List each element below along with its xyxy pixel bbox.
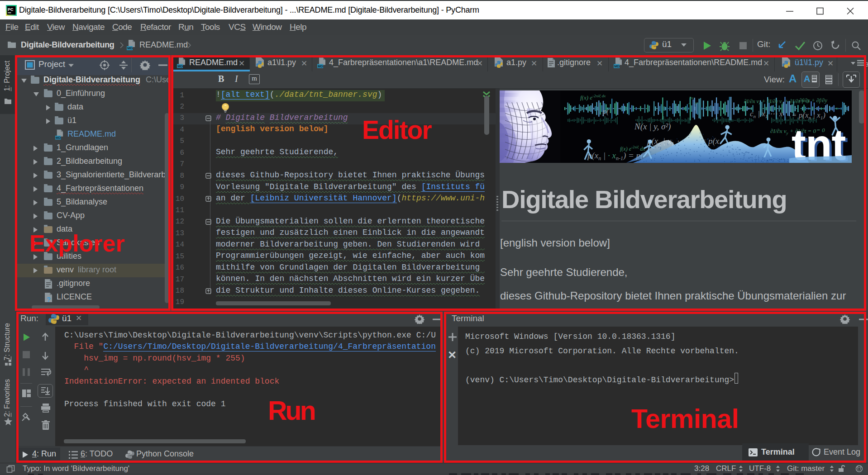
svg-text:N(x | y, σ²): N(x | y, σ²)	[634, 122, 671, 132]
svg-text:3: 3	[865, 61, 868, 68]
svg-text:MD: MD	[127, 46, 133, 50]
svg-text:p(: p(	[602, 108, 610, 116]
svg-text:∂f/∂x + ∂f/∂y: ∂f/∂x + ∂f/∂y	[799, 97, 827, 104]
svg-text:PC: PC	[8, 7, 14, 12]
svg-text:MD: MD	[318, 64, 323, 68]
svg-text:MD: MD	[177, 64, 183, 68]
svg-text:MD: MD	[56, 136, 61, 140]
svg-text:MD: MD	[614, 64, 620, 68]
